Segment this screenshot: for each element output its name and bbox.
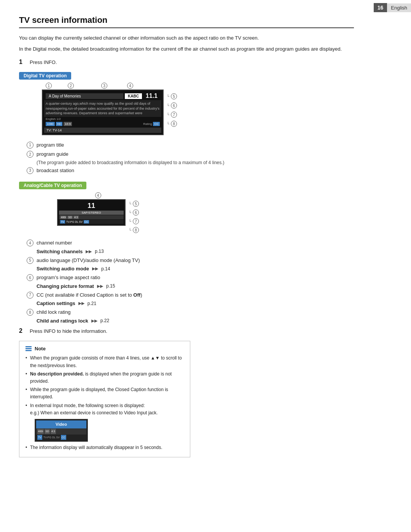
analog-tv-rating: TV <box>60 220 65 224</box>
video-meta: 480i SD 4:3 <box>36 428 86 434</box>
item-6-arrow: ▶▶ <box>97 284 103 289</box>
item-7-text: CC (not available if Closed Caption is s… <box>37 291 142 299</box>
page-number: 16 <box>374 3 387 12</box>
callout-5-right: 5 <box>171 93 177 99</box>
tv-cc-badge: CC <box>153 122 160 126</box>
item-4-circle: 4 <box>27 240 33 246</box>
item-4-arrow: ▶▶ <box>86 249 92 254</box>
digital-tv-diagram: 1 2 3 4 A Day of Memo <box>19 83 354 135</box>
item-7-circle: 7 <box>27 292 33 299</box>
step-2-text: Press INFO to hide the information. <box>30 328 107 335</box>
item-7-page: p.21 <box>88 301 96 306</box>
item-6: 6 program's image aspect ratio <box>27 274 354 281</box>
step-1-text: Press INFO. <box>30 59 57 66</box>
video-bottom: TV TV-PG DL SV CC <box>36 435 86 440</box>
analog-audio: SAP/STEREO <box>59 211 124 215</box>
item-3-circle: 3 <box>27 167 33 174</box>
note-item-2-bold: No description provided. <box>30 371 84 377</box>
tv-hd-badge: HD <box>56 122 63 126</box>
analog-bottom: TV TV-PG DL SV CC <box>59 220 124 224</box>
note-item-5: The information display will automatical… <box>25 444 184 451</box>
analog-tv-screen: 11 SAP/STEREO 480i SD 4:3 TV TV-PG DL SV… <box>57 199 126 226</box>
item-1: 1 program title <box>27 141 354 149</box>
item-8-ref-label: Child and ratings lock <box>37 318 88 324</box>
note-header: Note <box>25 346 184 351</box>
callout-4-analog-top: 4 <box>95 192 101 198</box>
item-7: 7 CC (not available if Closed Caption is… <box>27 291 354 299</box>
callout-8-right: 8 <box>171 121 177 127</box>
analog-meta: 480i SD 4:3 <box>59 215 124 219</box>
step-1-number: 1 <box>19 59 30 66</box>
note-list: When the program guide consists of more … <box>25 355 184 451</box>
item-6-circle: 6 <box>27 274 33 281</box>
item-5-circle: 5 <box>27 257 33 264</box>
item-5-ref-label: Switching audio mode <box>37 266 89 272</box>
page-badge: 16 English <box>374 3 411 12</box>
item-2: 2 program guide <box>27 150 354 158</box>
video-sd: SD <box>45 429 50 434</box>
note-icon <box>25 346 32 351</box>
video-tv-badge: TV <box>37 435 42 440</box>
video-480i: 480i <box>37 429 44 434</box>
callout-6-right: 6 <box>171 102 177 109</box>
tv-ratio-badge: 16:9 <box>64 122 72 126</box>
video-cc-badge: CC <box>61 435 66 440</box>
step-2: 2 Press INFO to hide the information. <box>19 328 354 335</box>
video-ratio: 4:3 <box>51 429 56 434</box>
note-item-1: When the program guide consists of more … <box>25 355 184 369</box>
tv-meta-row: 1080 HD 16:9 Rating CC <box>44 121 161 127</box>
items-list-bottom: 4 channel number Switching channels ▶▶ p… <box>27 239 354 324</box>
video-input-screen: Video 480i SD 4:3 TV TV-PG DL SV CC <box>35 419 88 442</box>
item-8-text: child lock rating <box>37 308 71 316</box>
intro-text-2: In the Digital mode, the detailed broadc… <box>19 45 354 53</box>
channel-number: 11.1 <box>143 93 160 99</box>
item-4: 4 channel number <box>27 239 354 247</box>
video-title: Video <box>36 420 86 429</box>
analog-badge-ratio: 4:3 <box>73 216 79 219</box>
callout-7-right: 7 <box>171 112 177 118</box>
item-5-text: audio language (DTV)/audio mode (Analog … <box>37 257 140 264</box>
item-3: 3 broadcast station <box>27 167 354 174</box>
callout-4-top: 4 <box>127 83 133 89</box>
callout-8-analog: 8 <box>133 227 139 233</box>
note-item-3: While the program guide is displayed, th… <box>25 386 184 401</box>
item-8-page: p.22 <box>100 318 109 323</box>
item-3-text: broadcast station <box>37 167 74 174</box>
callout-2-top: 2 <box>68 83 74 89</box>
tv-lang: English 1/2 <box>46 117 61 121</box>
step-1: 1 Press INFO. <box>19 59 354 66</box>
analog-cc: CC <box>84 220 89 224</box>
analog-badge-480i: 480i <box>60 216 67 219</box>
item-8: 8 child lock rating <box>27 308 354 316</box>
intro-text-1: You can display the currently selected c… <box>19 34 354 42</box>
item-2-circle: 2 <box>27 151 33 158</box>
tv-description: A quarter-century ago,which may now qual… <box>44 100 161 117</box>
tv-station-bottom: TV: TV-14 <box>44 128 161 133</box>
item-5-arrow: ▶▶ <box>92 266 98 271</box>
item-8-circle: 8 <box>27 309 33 316</box>
page-language: English <box>387 3 411 12</box>
video-rating-text: TV-PG DL SV <box>43 435 60 439</box>
item-2-text: program guide <box>37 150 68 158</box>
note-item-4: In external Input mode, the following sc… <box>25 402 184 442</box>
item-7-arrow: ▶▶ <box>78 301 84 306</box>
note-box: Note When the program guide consists of … <box>19 341 190 457</box>
analog-badge-sd: SD <box>67 216 73 219</box>
analog-op-label: Analog/Cable TV operation <box>19 182 86 189</box>
item-4-page: p.13 <box>95 249 104 254</box>
callout-3-top: 3 <box>101 83 107 89</box>
item-5: 5 audio language (DTV)/audio mode (Analo… <box>27 257 354 264</box>
item-1-circle: 1 <box>27 142 33 149</box>
callout-1-top: 1 <box>46 83 52 89</box>
digital-op-label: Digital TV operation <box>19 72 71 80</box>
item-6-ref-label: Changing picture format <box>37 283 94 289</box>
item-4-ref-label: Switching channels <box>37 249 83 254</box>
note-title: Note <box>35 346 46 351</box>
item-7-ref-label: Caption settings <box>37 300 75 306</box>
items-list-top: 1 program title 2 program guide (The pro… <box>27 141 354 174</box>
analog-rating-text: TV-PG DL SV <box>66 220 83 223</box>
analog-tv-diagram: 4 11 SAP/STEREO 480i SD 4:3 TV TV-PG D <box>19 192 354 233</box>
callout-5-analog: 5 <box>133 201 139 207</box>
digital-tv-screen: A Day of Memories KABC 11.1 A quarter-ce… <box>42 89 164 135</box>
show-title: A Day of Memories <box>46 93 123 99</box>
